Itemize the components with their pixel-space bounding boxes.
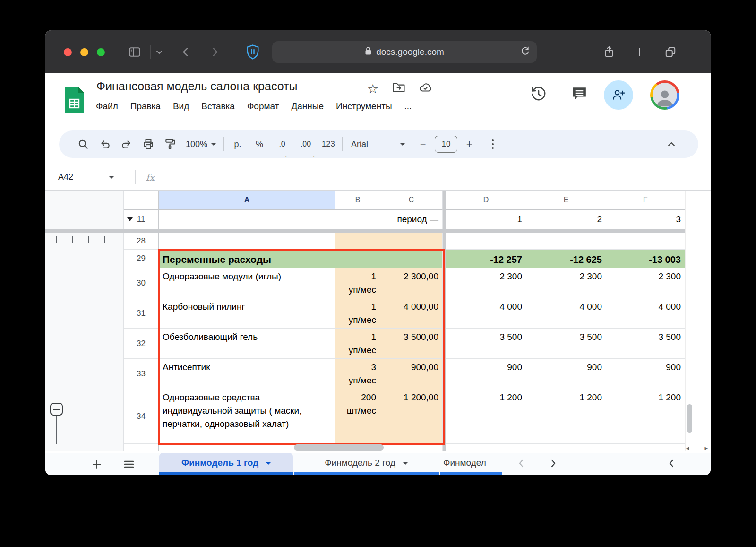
cell[interactable]: 4 000,00 — [380, 298, 443, 329]
cell[interactable]: 3 — [606, 210, 685, 229]
cell[interactable] — [159, 210, 335, 229]
cell[interactable]: Одноразовые модули (иглы) — [159, 268, 335, 298]
column-header-B[interactable]: B — [335, 191, 380, 210]
collapse-toolbar-icon[interactable] — [661, 135, 682, 154]
vertical-scrollbar[interactable] — [685, 191, 694, 451]
zoom-select[interactable]: 100% — [186, 135, 216, 154]
cell[interactable]: 2 300 — [606, 268, 685, 298]
cell[interactable]: -13 003 — [606, 250, 685, 268]
cell[interactable] — [335, 250, 380, 268]
more-options-icon[interactable] — [492, 139, 494, 149]
sheets-logo-icon[interactable] — [65, 87, 84, 113]
document-title[interactable]: Финансовая модель салона красоты — [96, 79, 297, 93]
cell[interactable]: 1 200 — [446, 389, 526, 444]
chevron-down-icon[interactable] — [266, 462, 271, 467]
cell[interactable]: 1 200 — [526, 389, 606, 444]
menu-data[interactable]: Данные — [291, 101, 324, 112]
menu-view[interactable]: Вид — [173, 101, 189, 112]
cell[interactable]: 4 000 — [606, 298, 685, 329]
number-format-button[interactable]: 123 — [318, 135, 339, 154]
scroll-right-icon[interactable]: ▸ — [704, 444, 708, 451]
cell[interactable]: 900 — [446, 359, 526, 389]
move-to-folder-icon[interactable] — [392, 81, 405, 96]
chevron-down-icon[interactable] — [152, 45, 166, 59]
add-sheet-icon[interactable] — [89, 457, 104, 472]
font-size-input[interactable]: 10 — [435, 136, 457, 153]
undo-icon[interactable] — [94, 135, 116, 154]
content-blocker-shield-icon[interactable] — [246, 45, 260, 59]
cell[interactable]: 3 500,00 — [380, 329, 443, 359]
share-button[interactable] — [604, 80, 633, 110]
cloud-saved-icon[interactable] — [419, 81, 433, 96]
cell[interactable]: 1 — [446, 210, 526, 229]
avatar[interactable] — [650, 80, 679, 110]
column-header-D[interactable]: D — [446, 191, 526, 210]
print-icon[interactable] — [137, 135, 159, 154]
cell[interactable]: Антисептик — [159, 359, 335, 389]
menu-tools[interactable]: Инструменты — [336, 101, 392, 112]
cell[interactable] — [606, 444, 685, 451]
cell[interactable]: 2 — [526, 210, 606, 229]
row-header[interactable]: 34 — [124, 389, 159, 444]
cell[interactable]: 3 500 — [446, 329, 526, 359]
paint-format-icon[interactable] — [159, 135, 181, 154]
horizontal-scrollbar-thumb[interactable] — [294, 444, 384, 451]
frozen-row-divider[interactable] — [45, 229, 685, 233]
cell[interactable] — [446, 444, 526, 451]
chevron-down-icon[interactable] — [403, 462, 408, 467]
column-header-E[interactable]: E — [526, 191, 606, 210]
menu-file[interactable]: Файл — [96, 101, 118, 112]
row-header[interactable]: 29 — [124, 250, 159, 268]
cell[interactable] — [380, 233, 443, 250]
cell[interactable]: 1 200 — [606, 389, 685, 444]
cell[interactable]: 2 300 — [446, 268, 526, 298]
search-icon[interactable] — [72, 135, 94, 154]
cell[interactable]: Переменные расходы — [159, 250, 335, 268]
row-header[interactable] — [124, 444, 159, 451]
cell[interactable]: 1уп/мес — [335, 268, 380, 298]
reload-icon[interactable] — [520, 45, 530, 59]
column-header-A[interactable]: A — [159, 191, 335, 210]
column-header-F[interactable]: F — [606, 191, 685, 210]
menu-insert[interactable]: Вставка — [201, 101, 235, 112]
format-percent-button[interactable]: % — [249, 135, 270, 154]
increase-decimals-button[interactable]: .00→ — [294, 135, 318, 154]
cell[interactable] — [380, 444, 443, 451]
collapse-group-button[interactable] — [50, 403, 63, 416]
cell[interactable]: 4 000 — [446, 298, 526, 329]
font-select[interactable]: Arial — [351, 135, 405, 154]
cell[interactable] — [159, 233, 335, 250]
cell[interactable]: -12 625 — [526, 250, 606, 268]
sidebar-icon[interactable] — [128, 45, 142, 59]
cell[interactable] — [380, 250, 443, 268]
column-header-C[interactable]: C — [380, 191, 443, 210]
redo-icon[interactable] — [116, 135, 137, 154]
row-header[interactable]: 30 — [124, 268, 159, 298]
decrease-font-size-button[interactable]: − — [415, 135, 431, 154]
share-icon[interactable] — [602, 45, 616, 59]
cell[interactable]: 2 300,00 — [380, 268, 443, 298]
decrease-decimals-button[interactable]: .0← — [270, 135, 294, 154]
cell[interactable]: 900,00 — [380, 359, 443, 389]
cell[interactable]: 1уп/мес — [335, 329, 380, 359]
cell[interactable]: 900 — [606, 359, 685, 389]
cell[interactable] — [335, 233, 380, 250]
cell[interactable] — [526, 233, 606, 250]
collapse-rows-icon[interactable] — [127, 217, 133, 224]
cell[interactable]: Одноразовые средства индивидуальной защи… — [159, 389, 335, 444]
cell[interactable] — [526, 444, 606, 451]
increase-font-size-button[interactable]: + — [461, 135, 477, 154]
tab-overview-icon[interactable] — [663, 45, 678, 59]
scrollbar-thumb[interactable] — [687, 404, 692, 433]
cell[interactable] — [606, 233, 685, 250]
cell[interactable]: -12 257 — [446, 250, 526, 268]
cell[interactable]: 3 500 — [526, 329, 606, 359]
cell[interactable]: Карбоновый пилинг — [159, 298, 335, 329]
zoom-window-button[interactable] — [97, 48, 105, 56]
all-sheets-icon[interactable] — [121, 457, 137, 472]
comments-icon[interactable] — [571, 86, 588, 104]
cell[interactable]: 1уп/мес — [335, 298, 380, 329]
cell[interactable]: 200шт/мес — [335, 389, 380, 444]
corner-cell[interactable] — [124, 191, 159, 210]
cell[interactable] — [335, 210, 380, 229]
